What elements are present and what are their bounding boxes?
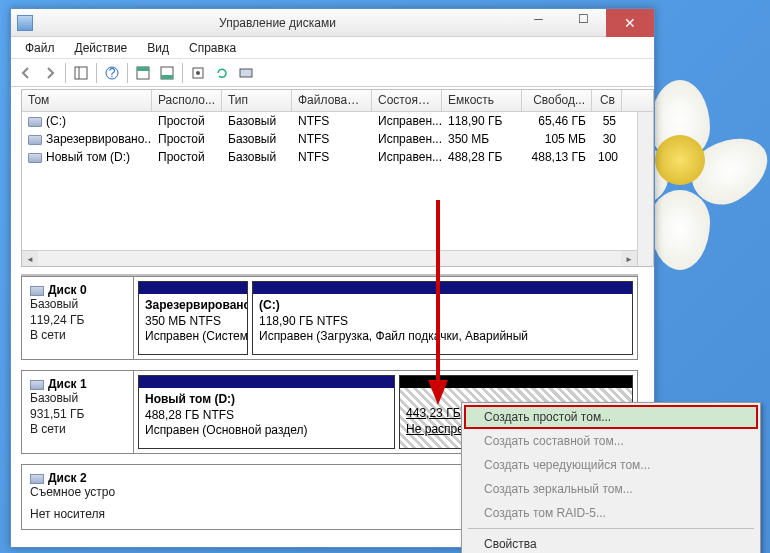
toolbar-settings[interactable] xyxy=(187,62,209,84)
ctx-properties[interactable]: Свойства xyxy=(464,532,758,553)
disk-0-partition-reserved[interactable]: Зарезервировано сис 350 МБ NTFS Исправен… xyxy=(138,281,248,355)
col-volume[interactable]: Том xyxy=(22,90,152,111)
app-icon xyxy=(17,15,33,31)
titlebar[interactable]: Управление дисками ─ ☐ ✕ xyxy=(11,9,654,37)
ctx-create-striped-volume[interactable]: Создать чередующийся том... xyxy=(464,453,758,477)
table-header: Том Располо... Тип Файловая с... Состоян… xyxy=(22,90,653,112)
window-title: Управление дисками xyxy=(39,16,516,30)
scroll-left-icon[interactable]: ◄ xyxy=(22,251,38,267)
scroll-right-icon[interactable]: ► xyxy=(621,251,637,267)
menu-file[interactable]: Файл xyxy=(15,38,65,58)
menu-help[interactable]: Справка xyxy=(179,38,246,58)
disk-0-partition-c[interactable]: (C:) 118,90 ГБ NTFS Исправен (Загрузка, … xyxy=(252,281,633,355)
forward-button[interactable] xyxy=(39,62,61,84)
col-freepct[interactable]: Св xyxy=(592,90,622,111)
table-row[interactable]: Зарезервировано...ПростойБазовыйNTFSИспр… xyxy=(22,130,653,148)
svg-rect-10 xyxy=(240,69,252,77)
menubar: Файл Действие Вид Справка xyxy=(11,37,654,59)
toolbar-view-top[interactable] xyxy=(132,62,154,84)
ctx-separator xyxy=(468,528,754,529)
svg-point-9 xyxy=(196,71,200,75)
ctx-create-mirrored-volume[interactable]: Создать зеркальный том... xyxy=(464,477,758,501)
volume-list: Том Располо... Тип Файловая с... Состоян… xyxy=(21,89,654,267)
toolbar-refresh[interactable] xyxy=(211,62,233,84)
col-capacity[interactable]: Емкость xyxy=(442,90,522,111)
table-row[interactable]: (C:)ПростойБазовыйNTFSИсправен...118,90 … xyxy=(22,112,653,130)
toolbar: ? xyxy=(11,59,654,87)
ctx-create-spanned-volume[interactable]: Создать составной том... xyxy=(464,429,758,453)
disk-1-partition-d[interactable]: Новый том (D:) 488,28 ГБ NTFS Исправен (… xyxy=(138,375,395,449)
col-free[interactable]: Свобод... xyxy=(522,90,592,111)
svg-text:?: ? xyxy=(109,66,116,80)
menu-view[interactable]: Вид xyxy=(137,38,179,58)
svg-rect-7 xyxy=(161,75,173,79)
help-button[interactable]: ? xyxy=(101,62,123,84)
col-status[interactable]: Состояние xyxy=(372,90,442,111)
col-layout[interactable]: Располо... xyxy=(152,90,222,111)
menu-action[interactable]: Действие xyxy=(65,38,138,58)
scrollbar-horizontal[interactable]: ◄ ► xyxy=(22,250,637,266)
minimize-button[interactable]: ─ xyxy=(516,9,561,29)
table-row[interactable]: Новый том (D:)ПростойБазовыйNTFSИсправен… xyxy=(22,148,653,166)
svg-rect-5 xyxy=(137,67,149,71)
col-filesystem[interactable]: Файловая с... xyxy=(292,90,372,111)
close-button[interactable]: ✕ xyxy=(606,9,654,37)
maximize-button[interactable]: ☐ xyxy=(561,9,606,29)
disk-icon xyxy=(30,286,44,296)
back-button[interactable] xyxy=(15,62,37,84)
context-menu: Создать простой том... Создать составной… xyxy=(461,402,761,553)
ctx-create-raid5-volume[interactable]: Создать том RAID-5... xyxy=(464,501,758,525)
ctx-create-simple-volume[interactable]: Создать простой том... xyxy=(464,405,758,429)
col-type[interactable]: Тип xyxy=(222,90,292,111)
disk-0-info: Диск 0 Базовый 119,24 ГБ В сети xyxy=(22,277,134,359)
disk-0-row[interactable]: Диск 0 Базовый 119,24 ГБ В сети Зарезерв… xyxy=(21,276,638,360)
scrollbar-vertical[interactable] xyxy=(637,112,653,266)
disk-1-info: Диск 1 Базовый 931,51 ГБ В сети xyxy=(22,371,134,453)
disk-icon xyxy=(30,380,44,390)
disk-icon xyxy=(30,474,44,484)
toolbar-view-bottom[interactable] xyxy=(156,62,178,84)
toolbar-action[interactable] xyxy=(235,62,257,84)
svg-rect-0 xyxy=(75,67,87,79)
toolbar-show-hide[interactable] xyxy=(70,62,92,84)
